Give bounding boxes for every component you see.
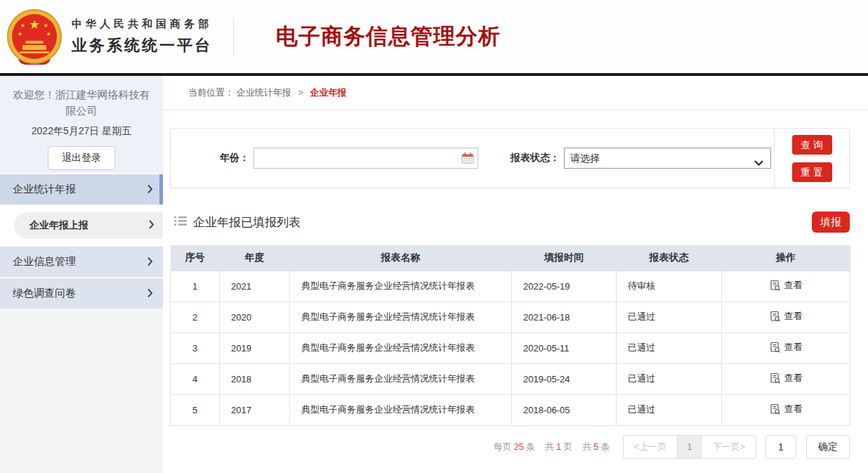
cell-year: 2020 [220, 302, 290, 332]
status-select[interactable]: 请选择 [564, 148, 771, 169]
cell-date: 2022-05-19 [512, 271, 617, 302]
cell-no: 3 [171, 332, 220, 363]
table-row: 3 2019 典型电子商务服务企业经营情况统计年报表 2020-05-11 已通… [171, 332, 850, 363]
col-header-date: 填报时间 [512, 245, 617, 271]
status-label: 报表状态： [511, 152, 560, 164]
table-row: 4 2018 典型电子商务服务企业经营情况统计年报表 2019-05-24 已通… [171, 363, 850, 394]
col-header-status: 报表状态 [617, 245, 722, 271]
welcome-panel: 欢迎您！浙江建华网络科技有限公司 2022年5月27日 星期五 退出登录 [0, 76, 163, 173]
cell-no: 5 [171, 394, 220, 425]
table-row: 2 2020 典型电子商务服务企业经营情况统计年报表 2021-06-18 已通… [171, 302, 850, 332]
pagination: 每页25条 共1页 共5条 <上一页 1 下一页> 确定 [170, 435, 850, 459]
view-link-label: 查看 [784, 403, 803, 415]
cell-date: 2020-05-11 [512, 332, 617, 363]
view-link-label: 查看 [784, 310, 803, 323]
cell-year: 2018 [220, 363, 290, 394]
cell-date: 2021-06-18 [512, 302, 617, 332]
cell-name: 典型电子商务服务企业经营情况统计年报表 [290, 394, 512, 425]
sidebar-item-enterprise-info[interactable]: 企业信息管理 [0, 245, 163, 277]
logout-button[interactable]: 退出登录 [48, 146, 115, 170]
query-button[interactable]: 查 询 [792, 135, 832, 155]
search-actions: 查 询 重 置 [774, 129, 849, 188]
col-header-action: 操作 [722, 245, 850, 271]
main-content: 当前位置： 企业统计年报 > 企业年报 年份： [163, 76, 868, 473]
app-header: ★ ★ ★ ★ ★ 中华人民共和国商务部 业务系统统一平台 电子商务信息管理分析 [0, 0, 868, 73]
view-link[interactable]: 查看 [770, 279, 803, 292]
ministry-name: 中华人民共和国商务部 [72, 18, 212, 31]
per-page-stat: 每页25条 [494, 441, 535, 453]
sidebar-submenu: 企业年报上报 [0, 205, 163, 245]
year-label: 年份： [220, 152, 249, 164]
sidebar-item-label: 绿色调查问卷 [13, 287, 76, 300]
table-row: 5 2017 典型电子商务服务企业经营情况统计年报表 2018-06-05 已通… [171, 394, 850, 425]
cell-name: 典型电子商务服务企业经营情况统计年报表 [290, 363, 512, 394]
org-block: 中华人民共和国商务部 业务系统统一平台 [72, 18, 212, 56]
list-icon [174, 216, 187, 229]
cell-status: 已通过 [617, 302, 722, 332]
breadcrumb-prefix: 当前位置： [188, 87, 234, 98]
welcome-message: 欢迎您！浙江建华网络科技有限公司 [0, 87, 163, 119]
cell-date: 2018-06-05 [512, 394, 617, 425]
view-link[interactable]: 查看 [770, 372, 803, 384]
cell-status: 已通过 [617, 332, 722, 363]
reset-button[interactable]: 重 置 [792, 162, 832, 182]
sidebar-item-green-survey[interactable]: 绿色调查问卷 [0, 277, 163, 309]
cell-status: 已通过 [617, 394, 722, 425]
cell-status: 待审核 [617, 271, 722, 302]
sidebar-item-annual-report[interactable]: 企业统计年报 [0, 173, 163, 205]
next-page-button[interactable]: 下一页> [702, 435, 756, 459]
confirm-button[interactable]: 确定 [806, 435, 850, 459]
search-panel: 年份： [170, 128, 850, 188]
total-items-stat: 共5条 [582, 441, 610, 453]
cell-name: 典型电子商务服务企业经营情况统计年报表 [290, 271, 512, 302]
view-link[interactable]: 查看 [770, 310, 803, 323]
table-header-row: 序号 年度 报表名称 填报时间 报表状态 操作 [171, 245, 850, 271]
list-section-title: 企业年报已填报列表 [193, 214, 301, 231]
cell-no: 1 [171, 271, 220, 302]
platform-name: 业务系统统一平台 [72, 35, 212, 56]
col-header-year: 年度 [220, 245, 290, 271]
cell-year: 2017 [220, 394, 290, 425]
col-header-no: 序号 [171, 245, 220, 271]
view-link-label: 查看 [784, 341, 803, 354]
view-link[interactable]: 查看 [770, 403, 803, 415]
fill-report-button[interactable]: 填报 [812, 212, 850, 233]
view-link-label: 查看 [784, 372, 803, 384]
cell-status: 已通过 [617, 363, 722, 394]
sidebar-item-label: 企业年报上报 [29, 219, 88, 232]
cell-name: 典型电子商务服务企业经营情况统计年报表 [290, 332, 512, 363]
view-link[interactable]: 查看 [770, 341, 803, 354]
breadcrumb-separator: > [298, 87, 303, 98]
header-divider [233, 18, 234, 55]
chevron-right-icon [147, 287, 153, 299]
page-jump-input[interactable] [765, 435, 796, 459]
total-pages-stat: 共1页 [545, 441, 572, 453]
sidebar-item-annual-report-submit[interactable]: 企业年报上报 [14, 212, 163, 239]
sidebar: 欢迎您！浙江建华网络科技有限公司 2022年5月27日 星期五 退出登录 企业统… [0, 76, 163, 473]
cell-date: 2019-05-24 [512, 363, 617, 394]
current-page-button[interactable]: 1 [678, 435, 702, 459]
table-row: 1 2021 典型电子商务服务企业经营情况统计年报表 2022-05-19 待审… [171, 271, 850, 302]
cell-year: 2019 [220, 332, 290, 363]
cell-year: 2021 [220, 271, 290, 302]
national-emblem-icon: ★ ★ ★ ★ ★ [7, 9, 62, 64]
calendar-icon[interactable] [461, 152, 474, 167]
breadcrumb: 当前位置： 企业统计年报 > 企业年报 [163, 76, 868, 110]
sidebar-item-label: 企业信息管理 [13, 255, 76, 268]
chevron-right-icon [147, 256, 153, 268]
chevron-right-icon [149, 220, 154, 231]
chevron-right-icon [147, 183, 153, 195]
cell-no: 4 [171, 363, 220, 394]
breadcrumb-current: 企业年报 [310, 87, 346, 98]
annual-report-table: 序号 年度 报表名称 填报时间 报表状态 操作 1 2021 典型电子商务服务企… [170, 245, 850, 426]
page-title: 电子商务信息管理分析 [276, 22, 501, 51]
prev-page-button[interactable]: <上一页 [623, 435, 678, 459]
col-header-name: 报表名称 [290, 245, 512, 271]
list-section-header: 企业年报已填报列表 填报 [170, 212, 850, 233]
view-link-label: 查看 [784, 279, 803, 292]
breadcrumb-parent[interactable]: 企业统计年报 [237, 87, 291, 98]
year-input[interactable] [254, 148, 478, 169]
cell-no: 2 [171, 302, 220, 332]
current-date: 2022年5月27日 星期五 [0, 125, 163, 138]
cell-name: 典型电子商务服务企业经营情况统计年报表 [290, 302, 512, 332]
